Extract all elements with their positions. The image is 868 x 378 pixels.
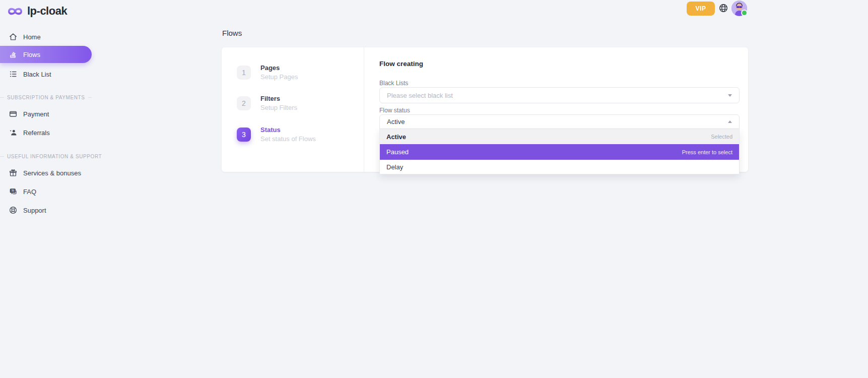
section-header-support: USEFUL INFORMATION & SUPPORT — [0, 153, 92, 160]
black-lists-select[interactable]: Please select black list — [379, 87, 740, 103]
step-subtitle: Setup Pages — [260, 73, 298, 81]
sidebar-item-flows[interactable]: Flows — [0, 46, 92, 63]
option-label: Active — [386, 133, 406, 141]
sidebar-item-label: Support — [23, 207, 46, 214]
list-icon — [9, 70, 18, 79]
step-subtitle: Set status of Flows — [260, 135, 316, 143]
option-label: Delay — [386, 163, 403, 171]
app-root: lp-cloak Home Flows Black List — [0, 0, 868, 378]
vip-label: VIP — [696, 5, 706, 12]
option-hint: Selected — [711, 134, 732, 140]
sidebar-item-services[interactable]: Services & bonuses — [0, 164, 92, 181]
user-avatar[interactable] — [731, 1, 747, 16]
sidebar-item-label: Services & bonuses — [23, 169, 81, 177]
language-globe-icon[interactable] — [718, 3, 728, 13]
mask-logo-icon — [7, 6, 23, 17]
sidebar-item-support[interactable]: Support — [0, 202, 92, 219]
sidebar-item-label: Flows — [23, 51, 40, 58]
black-lists-placeholder: Please select black list — [387, 92, 453, 99]
home-icon — [9, 32, 18, 41]
sidebar-item-home[interactable]: Home — [0, 28, 92, 45]
chevron-down-icon — [728, 94, 732, 97]
step-number-badge: 2 — [237, 96, 251, 110]
step-title: Pages — [260, 64, 298, 72]
person-star-icon — [9, 128, 18, 137]
sidebar-item-label: Home — [23, 33, 41, 41]
option-label: Paused — [386, 148, 409, 156]
black-lists-label: Black Lists — [379, 80, 408, 87]
page-title: Flows — [222, 29, 242, 37]
vip-button[interactable]: VIP — [687, 2, 715, 16]
option-hint: Press enter to select — [682, 149, 732, 155]
form-title: Flow creating — [379, 60, 423, 68]
step-number-badge: 1 — [237, 66, 251, 80]
sidebar-item-payment[interactable]: Payment — [0, 105, 92, 122]
section-header-label: USEFUL INFORMATION & SUPPORT — [7, 154, 102, 159]
option-delay[interactable]: Delay — [380, 160, 739, 174]
gift-icon — [9, 168, 18, 177]
online-status-dot — [741, 10, 748, 16]
flow-status-select[interactable]: Active — [379, 114, 740, 129]
chevron-up-icon — [728, 120, 732, 123]
sidebar-item-black-list[interactable]: Black List — [0, 66, 92, 83]
option-paused[interactable]: Paused Press enter to select — [380, 144, 739, 160]
step-title: Status — [260, 126, 316, 134]
section-header-label: SUBSCRIPTION & PAYMENTS — [7, 95, 85, 100]
faq-bubble-icon: ?! — [9, 187, 18, 196]
section-header-subscription: SUBSCRIPTION & PAYMENTS — [0, 94, 92, 101]
brand-logo[interactable]: lp-cloak — [7, 5, 67, 18]
option-active[interactable]: Active Selected — [380, 129, 739, 144]
brand-name: lp-cloak — [27, 5, 67, 18]
step-subtitle: Setup Filters — [260, 104, 297, 111]
svg-text:?!: ?! — [11, 189, 14, 193]
sidebar-item-label: Payment — [23, 110, 49, 118]
step-filters[interactable]: 2 Filters Setup Filters — [237, 95, 297, 111]
sidebar-item-label: Referrals — [23, 129, 50, 137]
flow-status-dropdown: Active Selected Paused Press enter to se… — [379, 129, 740, 174]
sidebar-item-referrals[interactable]: Referrals — [0, 124, 92, 141]
sidebar-item-label: FAQ — [23, 188, 36, 196]
lifebuoy-icon — [9, 206, 18, 215]
sidebar-item-label: Black List — [23, 71, 51, 78]
step-status[interactable]: 3 Status Set status of Flows — [237, 126, 316, 143]
card-divider — [364, 47, 364, 172]
flow-status-value: Active — [387, 118, 405, 125]
step-pages[interactable]: 1 Pages Setup Pages — [237, 64, 298, 81]
credit-card-icon — [9, 109, 18, 118]
step-title: Filters — [260, 95, 297, 102]
flows-stack-icon — [9, 50, 18, 59]
flow-wizard-card: 1 Pages Setup Pages 2 Filters Setup Filt… — [222, 47, 748, 172]
sidebar-item-faq[interactable]: ?! FAQ — [0, 183, 92, 200]
step-number-badge: 3 — [237, 128, 251, 142]
flow-status-label: Flow status — [379, 107, 410, 114]
